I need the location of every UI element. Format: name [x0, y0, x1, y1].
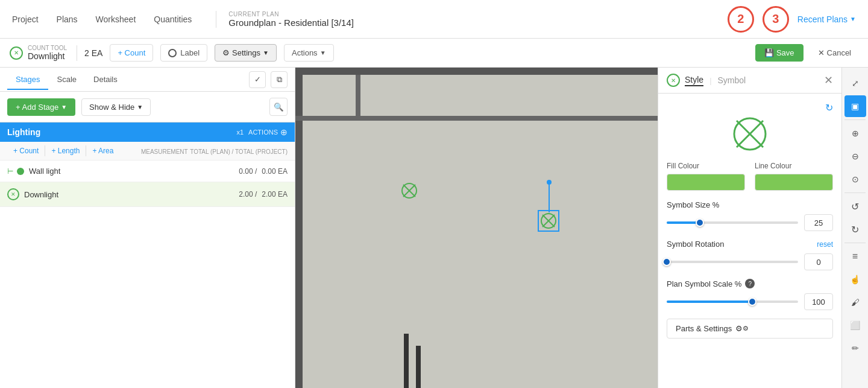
fp-wall-h1 [295, 116, 658, 121]
left-panel-actions: + Add Stage ▼ Show & Hide ▼ 🔍 [0, 92, 295, 122]
settings-button[interactable]: ⚙ ⚙ Settings Settings ▼ [215, 44, 277, 62]
symbol-rotation-header: Symbol Rotation reset [667, 240, 833, 249]
count-button[interactable]: + Count [110, 44, 153, 62]
downlight-canvas-left[interactable] [401, 182, 418, 201]
symbol-rotation-thumb[interactable] [662, 258, 671, 266]
nav-plans[interactable]: Plans [57, 14, 78, 24]
add-length-button[interactable]: + Length [45, 145, 86, 156]
add-count-button[interactable]: + Count [7, 145, 45, 156]
symbol-rotation-label: Symbol Rotation [667, 240, 724, 249]
expand-icon[interactable]: ⤢ [844, 72, 866, 94]
edit-icon[interactable]: ✏ [844, 337, 866, 359]
downlight-count1: 2.00 / [239, 190, 257, 199]
refresh-button[interactable]: ↻ [825, 102, 833, 113]
actions-button[interactable]: Actions ▼ [284, 44, 334, 62]
line-color-section: Line Colour [755, 162, 833, 191]
add-area-button[interactable]: + Area [86, 145, 119, 156]
help-icon[interactable]: ? [745, 279, 755, 288]
show-hide-arrow-icon: ▼ [137, 104, 143, 110]
count-tool-section: ✕ COUNT TOOL Downlight [10, 45, 77, 61]
plan-symbol-scale-section: Plan Symbol Scale % ? 100 [667, 279, 833, 310]
right-panel-header: ✕ Style | Symbol ✕ [658, 68, 841, 94]
symbol-rotation-slider-container [667, 261, 798, 263]
reset-button[interactable]: reset [817, 240, 833, 249]
search-icon: 🔍 [274, 103, 284, 112]
tab-details[interactable]: Details [85, 70, 126, 89]
downlight-name: Downlight [24, 190, 239, 199]
symbol-preview-icon [732, 116, 768, 152]
symbol-size-thumb[interactable] [696, 218, 704, 227]
parts-settings-gear2-icon: ⚙ [743, 325, 749, 332]
wall-light-count2: 0.00 EA [262, 167, 288, 176]
fill-colour-label: Fill Colour [667, 162, 745, 170]
paint-icon[interactable]: 🖌 [844, 291, 866, 313]
gear-icon: ⚙ [222, 48, 230, 57]
tab-symbol[interactable]: Symbol [718, 75, 746, 85]
actions-arrow-icon: ▼ [320, 49, 326, 56]
tab-style[interactable]: Style [685, 75, 703, 86]
tab-scale[interactable]: Scale [48, 70, 85, 89]
list-item-wall-light[interactable]: ⊢ Wall light 0.00 / 0.00 EA [0, 161, 295, 182]
total-col-header: TOTAL (PLAN) / TOTAL (PROJECT) [190, 148, 288, 155]
chevron-down-icon: ▼ [850, 16, 856, 22]
fill-color-swatch[interactable] [667, 174, 745, 191]
left-panel-tabs: Stages Scale Details ✓ ⧉ [0, 68, 295, 92]
zoom-out-icon[interactable]: ⊖ [844, 145, 866, 167]
symbol-size-value-box: 25 [804, 214, 833, 231]
add-stage-dropdown-icon: ▼ [61, 104, 67, 110]
copy-icon[interactable]: ⧉ [271, 71, 288, 88]
circle-icon [168, 49, 177, 57]
plan-symbol-scale-thumb[interactable] [748, 297, 756, 306]
nav-quantities[interactable]: Quantities [154, 14, 192, 24]
nav-project[interactable]: Project [12, 14, 39, 24]
close-button[interactable]: ✕ [824, 75, 833, 86]
label-button[interactable]: Label [160, 44, 207, 62]
downlight-icon: ✕ [7, 188, 19, 200]
line-colour-label: Line Colour [755, 162, 833, 170]
nav-worksheet[interactable]: Worksheet [96, 14, 136, 24]
symbol-size-label: Symbol Size % [667, 200, 833, 209]
dropdown-arrow-icon: ▼ [263, 49, 269, 56]
save-button[interactable]: 💾 Save [755, 44, 804, 62]
wall-light-count1: 0.00 / [239, 167, 257, 176]
wall-top [295, 68, 658, 75]
erase-icon[interactable]: ⬜ [844, 314, 866, 336]
divider-1 [844, 119, 865, 120]
search-button[interactable]: 🔍 [269, 98, 288, 116]
symbol-rotation-value-box: 0 [804, 253, 833, 270]
recent-plans-button[interactable]: Recent Plans ▼ [797, 14, 856, 24]
symbol-rotation-track [667, 261, 798, 263]
downlight-count2: 2.00 EA [262, 190, 288, 199]
stage-actions-icon[interactable]: ⊕ [280, 127, 288, 137]
list-item-downlight[interactable]: ✕ Downlight 2.00 / 2.00 EA [0, 182, 295, 207]
fp-wall-v1 [356, 75, 360, 116]
zoom-fit-icon[interactable]: ⊙ [844, 168, 866, 190]
stage-actions[interactable]: ACTIONS [248, 129, 278, 136]
add-stage-button[interactable]: + Add Stage ▼ [7, 98, 75, 116]
stage-group: Lighting x1 ACTIONS ⊕ [0, 122, 295, 142]
plan-symbol-scale-value-box: 100 [804, 293, 833, 310]
line-color-swatch[interactable] [755, 174, 833, 191]
right-panel: ✕ Style | Symbol ✕ ↻ [658, 68, 841, 388]
plan-symbol-scale-track [667, 301, 798, 303]
check-icon[interactable]: ✓ [249, 71, 266, 88]
redo-icon[interactable]: ↻ [844, 218, 866, 240]
downlight-canvas-right[interactable] [540, 212, 557, 231]
wall-light-dash-icon: ⊢ [7, 167, 13, 176]
show-hide-button[interactable]: Show & Hide ▼ [81, 98, 151, 116]
undo-icon[interactable]: ↺ [844, 196, 866, 217]
panel-icon[interactable]: ▣ [844, 95, 866, 117]
symbol-size-section: Symbol Size % 25 [667, 200, 833, 231]
zoom-in-icon[interactable]: ⊕ [844, 122, 866, 144]
parts-settings-button[interactable]: Parts & Settings ⚙ ⚙ [667, 319, 833, 339]
add-buttons: + Count + Length + Area [7, 145, 119, 156]
current-plan-section: CURRENT PLAN Groundplan - Residential [3… [216, 11, 354, 28]
badge-2[interactable]: 2 [728, 6, 754, 33]
touch-icon[interactable]: ☝ [844, 269, 866, 290]
symbol-size-slider-container [667, 221, 798, 224]
cancel-button[interactable]: ✕ Cancel [811, 45, 858, 61]
list-icon[interactable]: ≡ [844, 246, 866, 267]
badge-3[interactable]: 3 [763, 6, 789, 33]
plan-symbol-scale-row: 100 [667, 293, 833, 310]
tab-stages[interactable]: Stages [7, 70, 48, 90]
